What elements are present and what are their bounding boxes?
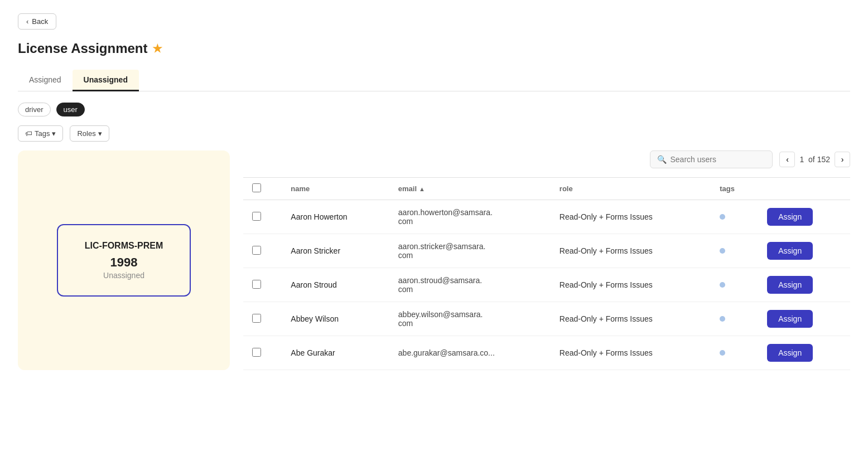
- row-role: Read-Only + Forms Issues: [551, 234, 711, 268]
- row-checkbox-cell: [243, 268, 282, 302]
- page-current: 1 of 152: [799, 155, 830, 164]
- row-action: Assign: [758, 200, 850, 234]
- tags-filter-button[interactable]: 🏷 Tags ▾: [18, 125, 63, 142]
- table-row: Aaron Stricker aaron.stricker@samsara.co…: [243, 234, 850, 268]
- row-role: Read-Only + Forms Issues: [551, 200, 711, 234]
- table-row: Aaron Stroud aaron.stroud@samsara.com Re…: [243, 268, 850, 302]
- tag-dot-icon: [720, 316, 725, 322]
- row-action: Assign: [758, 302, 850, 336]
- roles-chevron-icon: ▾: [98, 129, 102, 138]
- assign-button-1[interactable]: Assign: [767, 242, 813, 260]
- row-role: Read-Only + Forms Issues: [551, 268, 711, 302]
- row-action: Assign: [758, 336, 850, 370]
- row-role: Read-Only + Forms Issues: [551, 336, 711, 370]
- th-checkbox: [243, 178, 282, 200]
- th-role: role: [551, 178, 711, 200]
- tab-assigned[interactable]: Assigned: [18, 70, 73, 91]
- row-role: Read-Only + Forms Issues: [551, 302, 711, 336]
- license-name: LIC-FORMS-PREM: [78, 241, 170, 251]
- users-table: name email ▲ role tags Aaron Howerton a: [243, 177, 850, 370]
- email-sort-icon: ▲: [419, 186, 425, 192]
- filter-row: driver user: [18, 103, 850, 116]
- license-panel: LIC-FORMS-PREM 1998 Unassigned: [18, 150, 230, 370]
- filter-user[interactable]: user: [56, 103, 85, 116]
- table-row: Abe Gurakar abe.gurakar@samsara.co... Re…: [243, 336, 850, 370]
- row-name: Aaron Stricker: [282, 234, 389, 268]
- row-action: Assign: [758, 234, 850, 268]
- row-checkbox-cell: [243, 200, 282, 234]
- main-content: LIC-FORMS-PREM 1998 Unassigned 🔍 ‹ 1 of …: [18, 150, 850, 370]
- row-email: abe.gurakar@samsara.co...: [389, 336, 551, 370]
- search-input[interactable]: [670, 155, 765, 164]
- controls-row: 🏷 Tags ▾ Roles ▾: [18, 125, 850, 142]
- th-email: email ▲: [389, 178, 551, 200]
- row-name: Abbey Wilson: [282, 302, 389, 336]
- th-tags: tags: [711, 178, 758, 200]
- roles-label: Roles: [77, 129, 95, 138]
- tags-label: Tags: [35, 129, 50, 138]
- license-card: LIC-FORMS-PREM 1998 Unassigned: [57, 224, 191, 297]
- page-title-row: License Assignment ★: [18, 41, 850, 56]
- row-checkbox-cell: [243, 336, 282, 370]
- tabs-container: Assigned Unassigned: [18, 70, 850, 91]
- next-page-button[interactable]: ›: [835, 152, 850, 167]
- filter-driver[interactable]: driver: [18, 103, 51, 116]
- row-checkbox-3[interactable]: [252, 314, 261, 323]
- star-icon[interactable]: ★: [152, 42, 162, 55]
- tags-chevron-icon: ▾: [52, 129, 56, 138]
- row-tags: [711, 302, 758, 336]
- row-checkbox-0[interactable]: [252, 212, 261, 221]
- page-container: ‹ Back License Assignment ★ Assigned Una…: [0, 0, 868, 383]
- tag-dot-icon: [720, 214, 725, 220]
- prev-page-button[interactable]: ‹: [779, 152, 795, 167]
- row-email: aaron.howerton@samsara.com: [389, 200, 551, 234]
- row-name: Aaron Howerton: [282, 200, 389, 234]
- assign-button-2[interactable]: Assign: [767, 276, 813, 294]
- pagination: ‹ 1 of 152 ›: [779, 152, 850, 167]
- assign-button-4[interactable]: Assign: [767, 344, 813, 362]
- row-email: aaron.stroud@samsara.com: [389, 268, 551, 302]
- search-icon: 🔍: [657, 155, 667, 164]
- row-checkbox-cell: [243, 302, 282, 336]
- row-checkbox-2[interactable]: [252, 280, 261, 289]
- back-arrow-icon: ‹: [26, 17, 28, 26]
- row-checkbox-1[interactable]: [252, 246, 261, 255]
- th-name: name: [282, 178, 389, 200]
- tag-dot-icon: [720, 350, 725, 356]
- row-name: Aaron Stroud: [282, 268, 389, 302]
- assign-button-0[interactable]: Assign: [767, 208, 813, 226]
- tag-dot-icon: [720, 248, 725, 254]
- tag-dot-icon: [720, 282, 725, 288]
- tag-icon: 🏷: [25, 129, 32, 138]
- row-tags: [711, 336, 758, 370]
- tab-unassigned[interactable]: Unassigned: [73, 70, 139, 91]
- license-status: Unassigned: [78, 271, 170, 280]
- table-panel: 🔍 ‹ 1 of 152 ›: [243, 150, 850, 370]
- th-action: [758, 178, 850, 200]
- license-count: 1998: [78, 255, 170, 270]
- table-toolbar: 🔍 ‹ 1 of 152 ›: [243, 150, 850, 168]
- back-label: Back: [32, 17, 48, 26]
- search-box: 🔍: [650, 150, 773, 168]
- table-row: Abbey Wilson abbey.wilson@samsara.com Re…: [243, 302, 850, 336]
- assign-button-3[interactable]: Assign: [767, 310, 813, 328]
- row-name: Abe Gurakar: [282, 336, 389, 370]
- row-action: Assign: [758, 268, 850, 302]
- row-email: aaron.stricker@samsara.com: [389, 234, 551, 268]
- row-checkbox-4[interactable]: [252, 348, 261, 357]
- table-row: Aaron Howerton aaron.howerton@samsara.co…: [243, 200, 850, 234]
- row-email: abbey.wilson@samsara.com: [389, 302, 551, 336]
- row-tags: [711, 200, 758, 234]
- roles-filter-button[interactable]: Roles ▾: [70, 125, 109, 142]
- page-title: License Assignment: [18, 41, 148, 56]
- back-button[interactable]: ‹ Back: [18, 13, 56, 30]
- select-all-checkbox[interactable]: [252, 183, 261, 192]
- row-checkbox-cell: [243, 234, 282, 268]
- row-tags: [711, 268, 758, 302]
- row-tags: [711, 234, 758, 268]
- table-header-row: name email ▲ role tags: [243, 178, 850, 200]
